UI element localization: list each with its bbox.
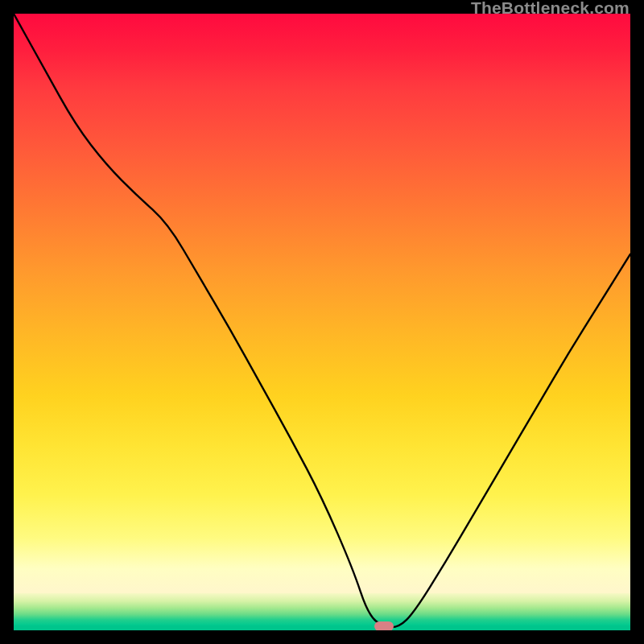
optimal-marker xyxy=(374,621,394,630)
bottleneck-curve xyxy=(14,14,630,630)
chart-frame: TheBottleneck.com xyxy=(0,0,644,644)
plot-area xyxy=(14,14,630,630)
